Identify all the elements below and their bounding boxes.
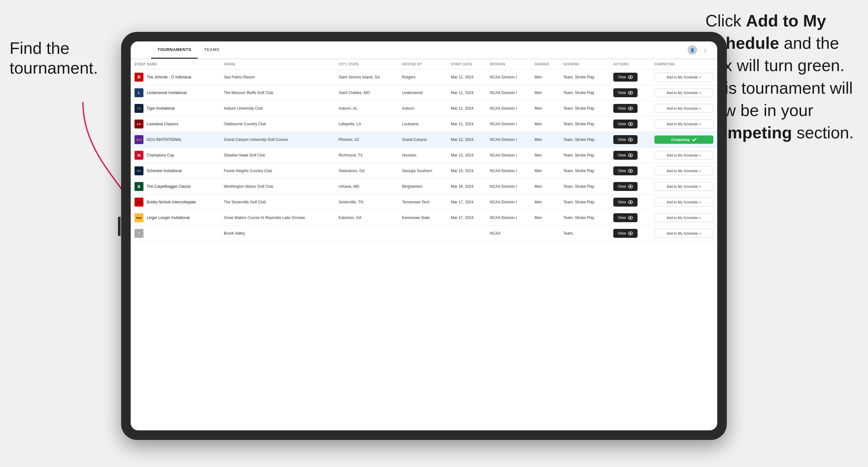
tournaments-table: EVENT NAME VENUE CITY, STATE HOSTED BY S…: [131, 59, 717, 241]
table-row: KSU Linger Longer Invitational Great Wat…: [131, 210, 717, 226]
team-logo: R: [134, 73, 144, 82]
table-header-row: EVENT NAME VENUE CITY, STATE HOSTED BY S…: [131, 59, 717, 69]
view-button[interactable]: View: [613, 135, 638, 144]
scoring-cell: Team, Stroke Play: [559, 85, 610, 101]
team-logo: LA: [134, 120, 144, 128]
hosted-by-cell: Grand Canyon: [398, 132, 447, 148]
city-state-cell: [335, 226, 398, 241]
event-name-text: Lindenwood Invitational: [147, 91, 186, 95]
venue-cell: Shadow Hawk Golf Club: [220, 148, 335, 163]
actions-cell: View: [610, 210, 651, 226]
start-date-cell: Mar 17, 2024: [447, 210, 486, 226]
team-logo: KSU: [134, 213, 144, 222]
table-container[interactable]: EVENT NAME VENUE CITY, STATE HOSTED BY S…: [131, 59, 717, 430]
table-row: ? Brook ValleyNCAATeam, View Add to My S…: [131, 226, 717, 241]
competing-cell: Add to My Schedule +: [651, 194, 717, 210]
add-to-schedule-button[interactable]: Add to My Schedule +: [654, 104, 713, 113]
user-avatar: 👤: [688, 45, 697, 55]
venue-cell: Auburn University Club: [220, 101, 335, 116]
hosted-by-cell: Houston: [398, 148, 447, 163]
hosted-by-cell: Lindenwood: [398, 85, 447, 101]
app-container: TOURNAMENTS TEAMS 👤 | EVENT NAME VEN: [131, 41, 717, 430]
venue-cell: Forest Heights Country Club: [220, 163, 335, 179]
hosted-by-cell: Louisiana: [398, 116, 447, 132]
add-to-schedule-button[interactable]: Add to My Schedule +: [654, 213, 713, 222]
event-name-text: Linger Longer Invitational: [147, 216, 190, 220]
add-to-schedule-button[interactable]: Add to My Schedule +: [654, 120, 713, 128]
event-name-cell: ?: [131, 226, 220, 241]
add-to-schedule-button[interactable]: Add to My Schedule +: [654, 151, 713, 160]
actions-cell: View: [610, 179, 651, 194]
competing-cell: Add to My Schedule +: [651, 179, 717, 194]
col-division: DIVISION: [486, 59, 531, 69]
event-name-cell: GCU GCU INVITATIONAL: [131, 132, 220, 148]
add-to-schedule-button[interactable]: Add to My Schedule +: [654, 229, 713, 238]
division-cell: NCAA: [486, 226, 531, 241]
venue-cell: Worthington Manor Golf Club: [220, 179, 335, 194]
team-logo: L: [134, 88, 144, 97]
hosted-by-cell: Georgia Southern: [398, 163, 447, 179]
add-to-schedule-button[interactable]: Add to My Schedule +: [654, 73, 713, 82]
actions-cell: View: [610, 132, 651, 148]
gender-cell: Men: [531, 179, 559, 194]
event-name-text: The Johnnie - O Individual: [147, 75, 191, 80]
venue-cell: Great Waters Course At Reynolds Lake Oco…: [220, 210, 335, 226]
add-to-schedule-button[interactable]: Add to My Schedule +: [654, 198, 713, 207]
competing-button[interactable]: Competing: [654, 135, 713, 144]
division-cell: NCAA Division I: [486, 101, 531, 116]
city-state-cell: Phoenix, AZ: [335, 132, 398, 148]
view-button[interactable]: View: [613, 229, 638, 238]
eye-icon: [628, 106, 633, 110]
start-date-cell: Mar 15, 2024: [447, 163, 486, 179]
competing-cell: Add to My Schedule +: [651, 210, 717, 226]
tab-teams[interactable]: TEAMS: [198, 41, 226, 59]
view-button[interactable]: View: [613, 213, 638, 222]
tablet-screen: TOURNAMENTS TEAMS 👤 | EVENT NAME VEN: [131, 41, 717, 430]
scoring-cell: Team, Stroke Play: [559, 179, 610, 194]
competing-cell: Add to My Schedule +: [651, 101, 717, 116]
scoring-cell: Team, Stroke Play: [559, 210, 610, 226]
city-state-cell: Saint Simons Island, GA: [335, 69, 398, 85]
competing-cell: Add to My Schedule +: [651, 85, 717, 101]
actions-cell: View: [610, 69, 651, 85]
hosted-by-cell: Tennessee Tech: [398, 194, 447, 210]
actions-cell: View: [610, 226, 651, 241]
col-competing: COMPETING: [651, 59, 717, 69]
scoring-cell: Team,: [559, 226, 610, 241]
add-to-schedule-button[interactable]: Add to My Schedule +: [654, 88, 713, 97]
competing-cell: Add to My Schedule +: [651, 226, 717, 241]
venue-cell: Brook Valley: [220, 226, 335, 241]
view-button[interactable]: View: [613, 73, 638, 82]
event-name-text: Bobby Nichols Intercollegiate: [147, 200, 196, 204]
add-to-schedule-button[interactable]: Add to My Schedule +: [654, 182, 713, 191]
view-button[interactable]: View: [613, 88, 638, 97]
view-button[interactable]: View: [613, 182, 638, 191]
view-button[interactable]: View: [613, 166, 638, 175]
view-button[interactable]: View: [613, 104, 638, 113]
start-date-cell: [447, 226, 486, 241]
svg-point-19: [629, 201, 631, 203]
hosted-by-cell: [398, 226, 447, 241]
scoring-cell: Team, Stroke Play: [559, 116, 610, 132]
col-venue: VENUE: [220, 59, 335, 69]
view-button[interactable]: View: [613, 198, 638, 207]
svg-point-13: [629, 155, 631, 156]
tab-tournaments[interactable]: TOURNAMENTS: [151, 41, 198, 59]
event-name-text: The Carpetbagger Classic: [147, 184, 191, 189]
view-button[interactable]: View: [613, 151, 638, 160]
eye-icon: [628, 169, 633, 173]
divider: |: [705, 48, 706, 53]
svg-point-3: [629, 76, 631, 78]
division-cell: NCAA Division I: [486, 179, 531, 194]
division-cell: NCAA Division I: [486, 132, 531, 148]
gender-cell: Men: [531, 210, 559, 226]
view-button[interactable]: View: [613, 120, 638, 128]
add-to-schedule-button[interactable]: Add to My Schedule +: [654, 166, 713, 175]
team-logo: GCU: [134, 135, 144, 144]
event-name-cell: TT Bobby Nichols Intercollegiate: [131, 194, 220, 210]
event-name-text: Champions Cup: [147, 153, 174, 157]
table-row: GS Schenkel Invitational Forest Heights …: [131, 163, 717, 179]
gender-cell: Men: [531, 69, 559, 85]
svg-point-5: [629, 92, 631, 94]
nav-tabs: TOURNAMENTS TEAMS: [151, 41, 226, 59]
